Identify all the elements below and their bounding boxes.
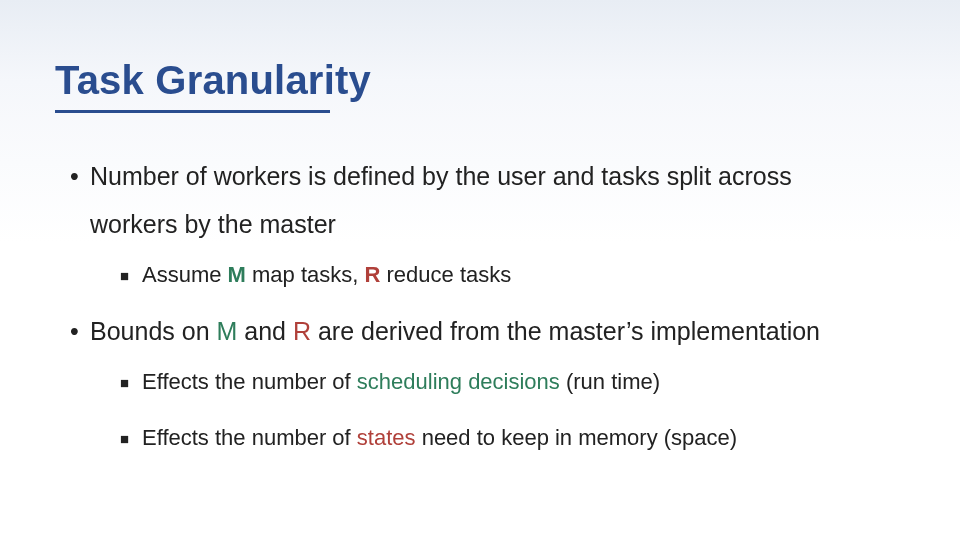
bullet-dot-icon: •: [70, 315, 90, 349]
bullet-2: •Bounds on M and R are derived from the …: [70, 315, 900, 452]
slide-body: •Number of workers is defined by the use…: [70, 160, 900, 478]
bullet-2-sub-1: ■Effects the number of scheduling decisi…: [90, 367, 900, 397]
text: and: [237, 317, 293, 345]
text: reduce tasks: [380, 262, 511, 287]
bullet-1: •Number of workers is defined by the use…: [70, 160, 900, 289]
bullet-1-sub-1: ■Assume M map tasks, R reduce tasks: [90, 260, 900, 290]
text: need to keep in memory (space): [416, 425, 738, 450]
text: are derived from the master’s implementa…: [311, 317, 820, 345]
scheduling-decisions: scheduling decisions: [357, 369, 560, 394]
text: Effects the number of: [142, 425, 357, 450]
bullet-2-sub-2: ■Effects the number of states need to ke…: [90, 423, 900, 453]
title-underline: [55, 110, 330, 113]
slide: Task Granularity •Number of workers is d…: [0, 0, 960, 540]
text: Effects the number of: [142, 369, 357, 394]
r-var: R: [365, 262, 381, 287]
text: Bounds on: [90, 317, 217, 345]
slide-title: Task Granularity: [55, 58, 371, 103]
text: Assume: [142, 262, 228, 287]
text: map tasks,: [246, 262, 365, 287]
bullet-dot-icon: •: [70, 160, 90, 194]
m-var: M: [228, 262, 246, 287]
states: states: [357, 425, 416, 450]
square-bullet-icon: ■: [120, 266, 142, 286]
square-bullet-icon: ■: [120, 373, 142, 393]
text: (run time): [560, 369, 660, 394]
bullet-1-text-line1: Number of workers is defined by the user…: [90, 162, 792, 190]
r-var: R: [293, 317, 311, 345]
m-var: M: [217, 317, 238, 345]
square-bullet-icon: ■: [120, 429, 142, 449]
bullet-1-text-line2: workers by the master: [90, 208, 336, 242]
